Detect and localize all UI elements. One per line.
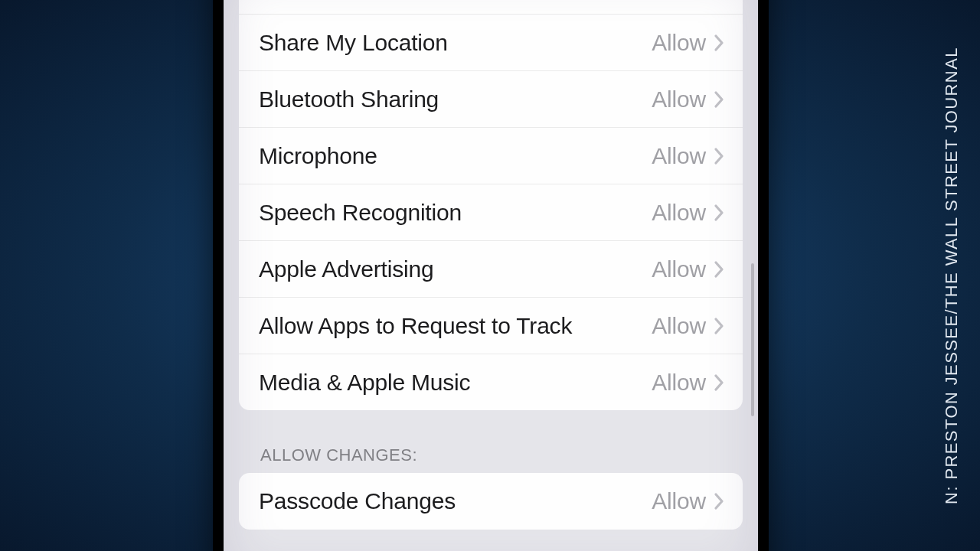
settings-row-passcode-changes[interactable]: Passcode Changes Allow	[239, 473, 743, 530]
chevron-right-icon	[714, 90, 724, 109]
settings-row-label: Allow Apps to Request to Track	[259, 313, 652, 339]
settings-row-label: Apple Advertising	[259, 256, 652, 282]
settings-group-privacy: Photos Allow Share My Location Allow Blu…	[239, 0, 743, 410]
chevron-right-icon	[714, 34, 724, 52]
settings-row-value: Allow	[652, 30, 706, 56]
chevron-right-icon	[714, 492, 724, 510]
settings-row-label: Bluetooth Sharing	[259, 86, 652, 112]
chevron-right-icon	[714, 147, 724, 165]
chevron-right-icon	[714, 260, 724, 279]
settings-row-photos[interactable]: Photos Allow	[239, 0, 743, 14]
settings-row-media-apple-music[interactable]: Media & Apple Music Allow	[239, 354, 743, 410]
settings-row-value: Allow	[652, 256, 706, 282]
settings-row-apple-advertising[interactable]: Apple Advertising Allow	[239, 240, 743, 297]
settings-row-allow-apps-to-request-to-track[interactable]: Allow Apps to Request to Track Allow	[239, 297, 743, 354]
settings-row-value: Allow	[652, 313, 706, 339]
settings-row-value: Allow	[652, 200, 706, 226]
settings-row-share-my-location[interactable]: Share My Location Allow	[239, 14, 743, 70]
settings-row-label: Media & Apple Music	[259, 370, 652, 396]
settings-row-value: Allow	[652, 143, 706, 169]
settings-row-label: Passcode Changes	[259, 488, 652, 514]
settings-group-allow-changes: Passcode Changes Allow	[239, 473, 743, 530]
chevron-right-icon	[714, 204, 724, 222]
settings-row-label: Speech Recognition	[259, 200, 652, 226]
chevron-right-icon	[714, 373, 724, 392]
scrollbar[interactable]	[751, 263, 754, 416]
settings-row-speech-recognition[interactable]: Speech Recognition Allow	[239, 184, 743, 240]
photo-credit: N: PRESTON JESSEE/THE WALL STREET JOURNA…	[942, 47, 962, 504]
section-header-allow-changes: ALLOW CHANGES:	[224, 445, 758, 473]
settings-row-label: Share My Location	[259, 30, 652, 56]
settings-row-bluetooth-sharing[interactable]: Bluetooth Sharing Allow	[239, 70, 743, 127]
settings-row-label: Microphone	[259, 143, 652, 169]
settings-row-value: Allow	[652, 370, 706, 396]
settings-row-microphone[interactable]: Microphone Allow	[239, 127, 743, 184]
chevron-right-icon	[714, 317, 724, 335]
settings-row-value: Allow	[652, 86, 706, 112]
settings-row-value: Allow	[652, 488, 706, 514]
phone-frame: Photos Allow Share My Location Allow Blu…	[213, 0, 769, 551]
phone-screen: Photos Allow Share My Location Allow Blu…	[224, 0, 758, 551]
